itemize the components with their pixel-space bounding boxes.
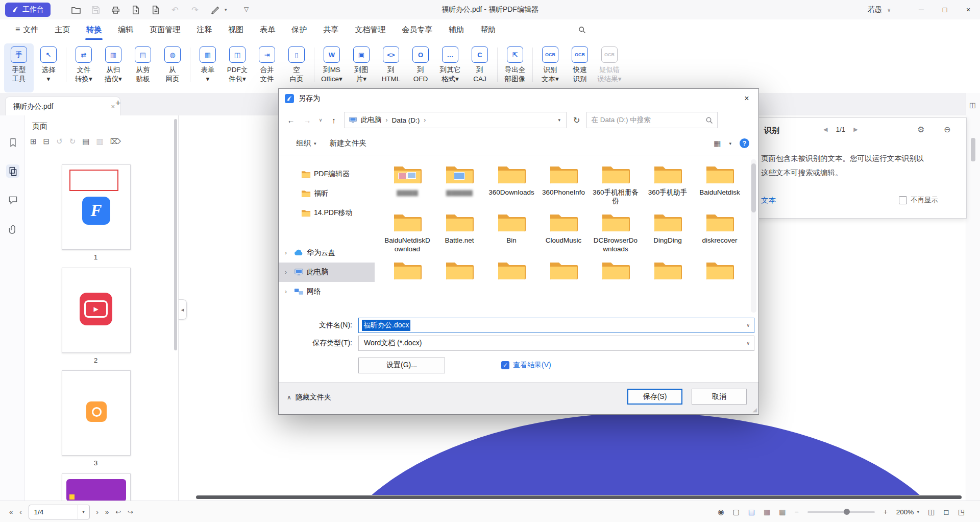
folder-item[interactable]: 360Downloads — [486, 162, 537, 205]
minimize-button[interactable] — [910, 0, 933, 19]
menu-item[interactable]: 文件 — [7, 19, 46, 40]
ocr-next-page-icon[interactable] — [853, 126, 857, 133]
page-number-dropdown-icon[interactable] — [78, 505, 89, 519]
new-folder-button[interactable]: 新建文件夹 — [330, 138, 367, 148]
ribbon-button[interactable]: ⇱ 导出全 部图像 — [500, 43, 530, 92]
next-view-icon[interactable] — [128, 508, 133, 516]
folder-item[interactable]: Bin — [486, 210, 537, 253]
single-page-view-icon[interactable] — [733, 508, 740, 516]
format-brush-icon[interactable] — [209, 4, 221, 16]
ribbon-button[interactable]: ▥ 从扫 描仪▾ — [99, 43, 128, 92]
folder-item[interactable]: 360手机相册备份 — [590, 162, 641, 205]
ribbon-button[interactable]: ▦ 表单 ▾ — [193, 43, 223, 92]
folder-item[interactable]: DCBrowserDownloads — [590, 210, 641, 253]
menu-item[interactable]: 保护 — [283, 19, 315, 40]
zoom-slider[interactable] — [807, 511, 875, 513]
ribbon-button[interactable]: ⇄ 文件 转换▾ — [69, 43, 99, 92]
print-icon[interactable] — [109, 4, 121, 16]
folder-item[interactable] — [538, 258, 589, 284]
page-thumbnail[interactable]: 2 — [62, 268, 130, 364]
save-type-select[interactable]: Word文档 (*.docx) — [358, 336, 754, 351]
breadcrumb-segment[interactable]: 此电脑 — [359, 115, 383, 125]
zoom-in-icon[interactable] — [884, 508, 888, 516]
nav-back-icon[interactable] — [285, 116, 297, 125]
folder-item[interactable]: diskrecover — [694, 210, 745, 253]
ribbon-button[interactable]: OCR 识别 文本▾ — [535, 43, 565, 92]
paste-page-icon[interactable] — [43, 137, 50, 146]
page-thumbnail[interactable]: 4 — [62, 473, 130, 501]
folder-item[interactable] — [590, 258, 641, 284]
ocr-settings-gear-icon[interactable] — [917, 125, 924, 134]
save-button[interactable]: 保存(S) — [627, 389, 682, 405]
menu-item[interactable]: 共享 — [315, 19, 347, 40]
ribbon-button[interactable]: ⇥ 合并 文件 — [252, 43, 282, 92]
insert-page-icon[interactable] — [82, 137, 89, 146]
breadcrumb-bar[interactable]: 此电脑 Data (D:) — [344, 112, 567, 128]
export-doc-icon[interactable] — [129, 4, 141, 16]
maximize-button[interactable] — [933, 0, 957, 19]
vertical-scrollbar[interactable] — [971, 138, 975, 161]
folder-item[interactable]: 360PhoneInfo — [538, 162, 589, 205]
help-icon[interactable] — [740, 138, 749, 148]
previous-page-icon[interactable] — [19, 508, 21, 516]
ribbon-button[interactable]: OCR 快速 识别 — [565, 43, 595, 92]
menu-item[interactable]: 编辑 — [110, 19, 141, 40]
format-brush-dropdown-icon[interactable] — [225, 7, 227, 12]
nav-up-icon[interactable] — [328, 116, 340, 125]
tree-item[interactable]: PDF编辑器 — [279, 164, 375, 184]
continuous-view-icon[interactable] — [748, 508, 755, 516]
menu-item[interactable]: 帮助 — [472, 19, 504, 40]
redo-icon[interactable] — [189, 4, 201, 16]
page-thumbnail-preview[interactable] — [62, 473, 131, 501]
new-tab-button[interactable] — [115, 98, 121, 109]
rotate-left-page-icon[interactable] — [56, 137, 63, 146]
ribbon-button[interactable]: ↖ 选择 ▾ — [34, 43, 63, 92]
page-thumbnail-preview[interactable] — [62, 370, 131, 456]
zoom-slider-thumb[interactable] — [844, 509, 850, 515]
fit-page-icon[interactable] — [943, 508, 949, 516]
thumbnails-scrollbar[interactable] — [174, 119, 177, 350]
organize-button[interactable]: 组织 — [296, 138, 316, 148]
filename-dropdown-icon[interactable] — [746, 323, 750, 328]
dialog-search-box[interactable]: 在 Data (D:) 中搜索 — [586, 112, 718, 128]
tree-item[interactable]: 14.PDF移动 — [279, 203, 375, 223]
workspace-button[interactable]: 工作台 — [5, 3, 51, 17]
folder-item[interactable] — [382, 258, 433, 284]
breadcrumb-dropdown-icon[interactable] — [554, 117, 564, 123]
facing-view-icon[interactable] — [764, 508, 770, 516]
dialog-resize-grip[interactable] — [753, 407, 757, 413]
extract-page-icon[interactable] — [110, 137, 121, 146]
read-mode-icon[interactable] — [718, 508, 724, 516]
folder-item[interactable] — [694, 258, 745, 284]
ocr-prev-page-icon[interactable] — [823, 126, 827, 133]
ribbon-button[interactable]: … 到其它 格式▾ — [435, 43, 465, 92]
folder-item[interactable]: 360手机助手 — [642, 162, 693, 205]
delete-page-icon[interactable] — [96, 137, 104, 146]
page-number-box[interactable]: 1/4 — [29, 505, 90, 519]
tree-expand-icon[interactable] — [285, 269, 291, 276]
save-icon[interactable] — [89, 4, 102, 16]
ribbon-button[interactable]: ▣ 到图 片▾ — [347, 43, 376, 92]
ocr-recognize-link[interactable]: 文本 — [761, 196, 776, 205]
tree-item[interactable]: 此电脑 — [279, 263, 375, 282]
zoom-out-icon[interactable] — [794, 508, 798, 516]
copy-page-icon[interactable] — [30, 137, 37, 146]
settings-button[interactable]: 设置(G)... — [358, 358, 445, 373]
open-file-icon[interactable] — [69, 4, 82, 16]
last-page-icon[interactable] — [105, 508, 109, 516]
page-thumbnails-panel-icon[interactable] — [6, 164, 19, 178]
ribbon-button[interactable]: <> 到 HTML — [376, 43, 406, 92]
hide-folders-button[interactable]: 隐藏文件夹 — [287, 393, 331, 402]
page-thumbnail-preview[interactable] — [62, 268, 131, 353]
first-page-icon[interactable] — [9, 508, 13, 516]
folder-item[interactable] — [434, 258, 485, 284]
page-thumbnail-preview[interactable] — [62, 164, 131, 250]
refresh-icon[interactable] — [571, 115, 582, 125]
nav-history-dropdown-icon[interactable] — [317, 117, 324, 123]
page-thumbnail[interactable]: 3 — [62, 370, 130, 467]
ribbon-button[interactable]: ▤ 从剪 贴板 — [128, 43, 158, 92]
ribbon-button[interactable]: O 到 OFD — [406, 43, 435, 92]
dialog-close-icon[interactable] — [735, 89, 758, 108]
folder-item[interactable]: ▆▆▆▆ — [382, 162, 433, 205]
page-thumbnail[interactable]: 1 — [62, 164, 130, 261]
